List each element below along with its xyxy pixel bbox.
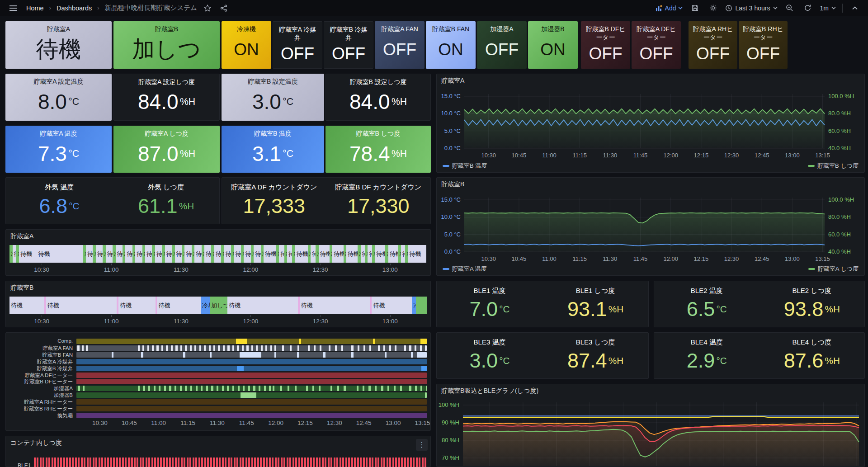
state-segment: 待機	[175, 245, 182, 263]
state-segment: 待機	[194, 245, 201, 263]
stat-title: 貯蔵室A FAN	[375, 25, 425, 33]
state-segment: 待機	[96, 245, 103, 263]
stat-title: 貯蔵室B RHヒーター	[739, 25, 788, 41]
stat-value: 7.3°C	[5, 138, 112, 173]
svg-text:12:30: 12:30	[724, 152, 739, 159]
status-row-bar[interactable]	[76, 379, 427, 384]
stat-unit: °C	[499, 304, 509, 315]
state-segment: 待機	[401, 245, 405, 263]
stat-unit: %H	[392, 148, 407, 159]
stat-panel: 貯蔵室A 設定しつ度84.0%H	[113, 74, 220, 121]
gear-icon[interactable]	[707, 2, 719, 14]
status-row-bar[interactable]	[76, 392, 427, 398]
panel-title[interactable]: 貯蔵室A	[10, 232, 33, 241]
state-segment: 加しつ	[416, 297, 427, 314]
panel-menu-icon[interactable]: ⋮	[416, 439, 428, 451]
panel-title[interactable]: 貯蔵室B	[10, 284, 33, 292]
legend-item[interactable]: 貯蔵室A 温度	[443, 265, 487, 273]
state-segment: 待機	[368, 245, 372, 263]
stat-title: 貯蔵室A しつ度	[113, 130, 220, 138]
stat-duo-panel: BLE4 温度2.9°CBLE4 しつ度87.6%H	[654, 332, 865, 379]
status-row-bar[interactable]	[76, 359, 427, 364]
svg-text:0.0 °C: 0.0 °C	[444, 145, 461, 151]
stat-title: 貯蔵室A 設定しつ度	[114, 78, 219, 86]
svg-text:11:00: 11:00	[542, 152, 557, 159]
add-panel-icon	[656, 5, 663, 12]
state-segment: 待機	[264, 245, 276, 263]
status-row-bar[interactable]	[76, 399, 427, 405]
state-segment: 待機	[408, 245, 427, 263]
breadcrumb-home[interactable]: Home	[26, 5, 44, 12]
save-icon[interactable]	[689, 2, 701, 14]
stat-panel: 貯蔵室B DFヒーターOFF	[581, 21, 630, 69]
share-icon[interactable]	[218, 2, 230, 14]
stat-unit: %H	[609, 304, 623, 315]
stat-value: 6.5°C	[654, 295, 760, 327]
stat-title: 貯蔵室A 冷媒弁	[273, 26, 322, 42]
stat-title: 貯蔵室A	[5, 25, 112, 33]
status-row-bar[interactable]	[76, 406, 427, 411]
stat-title: 貯蔵室A DFヒーター	[632, 25, 681, 41]
status-row-bar[interactable]	[76, 366, 427, 371]
stat-value: OFF	[477, 33, 527, 69]
stat-title: 加湿器B	[528, 25, 578, 33]
legend-item[interactable]: 貯蔵室B 温度	[443, 162, 487, 170]
svg-text:10:45: 10:45	[512, 255, 527, 262]
legend-series-color	[808, 268, 815, 270]
legend-item[interactable]: 貯蔵室B しつ度	[808, 162, 859, 170]
status-row-bar[interactable]	[76, 413, 427, 418]
chart-plot-area[interactable]: 100 %H90 %H80 %H70 %H	[437, 384, 864, 467]
svg-text:10:30: 10:30	[481, 152, 496, 159]
stat-value: OFF	[324, 42, 373, 68]
menu-icon[interactable]	[7, 2, 19, 14]
svg-text:11:30: 11:30	[603, 255, 618, 262]
state-segment: 待機	[145, 245, 152, 263]
panel-room-b-chart: 貯蔵室B 10:3010:4511:0011:1511:3011:4512:00…	[436, 177, 865, 276]
state-segment: 待機	[135, 245, 142, 263]
refresh-icon[interactable]	[802, 2, 814, 14]
svg-text:12:15: 12:15	[694, 152, 709, 159]
status-row-bar[interactable]	[76, 386, 427, 391]
time-axis: 10:3010:4511:0011:1511:3011:4512:0012:15…	[76, 420, 427, 429]
add-button[interactable]: Add	[656, 5, 683, 12]
breadcrumb-dashboards[interactable]: Dashboards	[57, 5, 92, 12]
svg-text:70 %H: 70 %H	[442, 454, 459, 461]
stat-value: 93.8%H	[760, 295, 865, 327]
status-row-bar[interactable]	[76, 352, 427, 358]
time-range-picker[interactable]: Last 3 hours	[725, 5, 777, 12]
stat-unit: %H	[825, 304, 840, 315]
stat-value: 87.6%H	[760, 347, 865, 378]
status-row-bar[interactable]	[76, 339, 427, 344]
stat-unit: °C	[283, 96, 293, 107]
state-segment: 待機	[300, 297, 370, 314]
stat-unit: %H	[179, 201, 194, 212]
caret-up-icon[interactable]	[849, 2, 861, 14]
stat-unit: °C	[68, 96, 79, 107]
stat-duo-panel: 外気 温度6.8°C外気 しつ度61.1%H	[5, 177, 220, 224]
stat-value: OFF	[739, 41, 788, 69]
stat-value: OFF	[375, 33, 425, 69]
state-timeline-bar[interactable]: 待機待機待機待機冷却加しつ待機待機待機冷却加しつ	[9, 297, 427, 314]
status-row-bar[interactable]	[76, 373, 427, 378]
time-axis: 10:3011:0011:3012:0012:3013:00	[9, 315, 427, 325]
star-icon[interactable]	[202, 2, 213, 14]
svg-text:10:30: 10:30	[481, 255, 496, 262]
ble1-status-strip[interactable]	[34, 458, 427, 467]
panel-title[interactable]: コンテナ内しつ度	[10, 439, 62, 447]
stat-panel: 貯蔵室B 設定しつ度84.0%H	[326, 74, 431, 121]
stat-value: 3.0°C	[437, 347, 542, 378]
clock-icon	[725, 5, 732, 12]
state-segment: 待機	[214, 245, 221, 263]
stat-title: 貯蔵室A 温度	[5, 130, 112, 138]
refresh-interval-picker[interactable]: 1m	[820, 5, 836, 12]
stat-title: 外気 温度	[6, 183, 113, 192]
state-timeline-bar[interactable]: 冷却待機冷却待機待機冷却待機冷却待機冷却待機冷却待機冷却待機冷却待機冷却待機冷却…	[9, 245, 427, 263]
zoom-out-icon[interactable]	[784, 2, 796, 14]
stat-value: OFF	[581, 41, 630, 69]
legend-item[interactable]: 貯蔵室A しつ度	[808, 265, 859, 273]
chart-plot-area[interactable]: 10:3010:4511:0011:1511:3011:4512:0012:15…	[437, 178, 864, 276]
status-row-label: 貯蔵室A RHヒーター	[24, 399, 73, 406]
chart-plot-area[interactable]: 10:3010:4511:0011:1511:3011:4512:0012:15…	[437, 74, 864, 172]
panel-room-b-timeline: 貯蔵室B 待機待機待機待機冷却加しつ待機待機待機冷却加しつ10:3011:001…	[5, 281, 431, 327]
status-row-bar[interactable]	[76, 345, 427, 351]
